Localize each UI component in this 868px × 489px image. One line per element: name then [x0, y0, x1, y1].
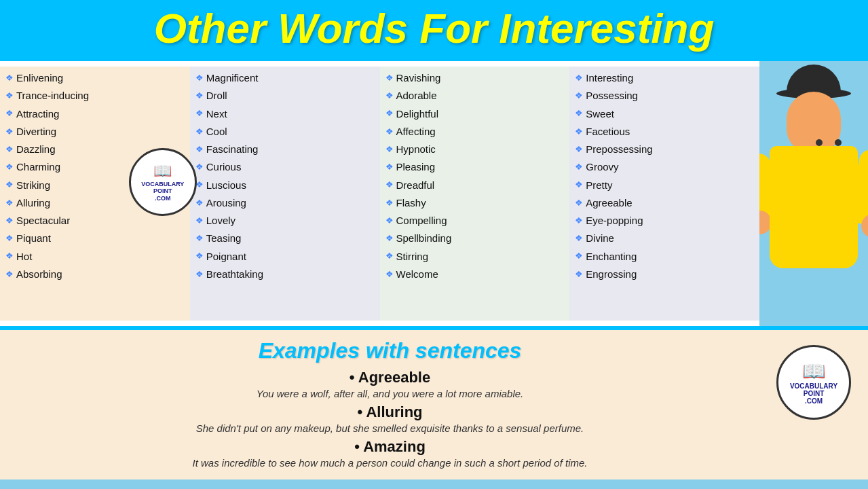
examples-list: • AgreeableYou were a wolf, after all, a… [27, 369, 753, 469]
list-item: ❖Possessing [575, 87, 754, 105]
vocab-logo-inline: 📖 VOCABULARY POINT .COM [129, 148, 197, 216]
list-item: ❖Interesting [575, 69, 754, 87]
diamond-icon: ❖ [575, 88, 583, 104]
list-item: ❖Divine [575, 230, 754, 247]
list-item: ❖Agreeable [575, 194, 754, 212]
word-label: Enchanting [586, 248, 637, 266]
word-label: Possessing [586, 87, 638, 105]
diamond-icon: ❖ [385, 160, 394, 175]
examples-heading: Examples with sentences [27, 338, 753, 363]
word-label: Next [206, 105, 227, 123]
diamond-icon: ❖ [195, 71, 204, 86]
diamond-icon: ❖ [575, 160, 583, 175]
example-sentence: You were a wolf, after all, and you were… [27, 388, 753, 399]
word-label: Engrossing [586, 266, 637, 283]
word-label: Droll [206, 87, 227, 105]
list-item: ❖Facetious [575, 123, 754, 141]
word-label: Luscious [206, 177, 246, 194]
list-item: ❖Luscious [195, 177, 375, 194]
diamond-icon: ❖ [195, 160, 204, 175]
examples-section: Examples with sentences • AgreeableYou w… [0, 330, 868, 479]
word-label: Welcome [396, 266, 438, 283]
column-4: ❖Interesting❖Possessing❖Sweet❖Facetious❖… [569, 67, 759, 321]
list-item: ❖Dreadful [385, 177, 565, 194]
list-item: ❖Lovely [195, 212, 375, 230]
diamond-icon: ❖ [385, 213, 394, 229]
diamond-icon: ❖ [195, 142, 204, 158]
word-label: Ravishing [396, 69, 441, 87]
examples-content: Examples with sentences • AgreeableYou w… [14, 338, 766, 471]
word-label: Prepossessing [586, 141, 652, 158]
diamond-icon: ❖ [5, 249, 14, 264]
list-item: ❖Magnificent [195, 69, 375, 87]
word-label: Diverting [16, 123, 56, 141]
list-item: ❖Prepossessing [575, 141, 754, 158]
list-item: ❖Spellbinding [385, 230, 565, 247]
diamond-icon: ❖ [385, 267, 394, 283]
person-illustration [763, 65, 868, 326]
diamond-icon: ❖ [385, 177, 394, 193]
list-item: ❖Curious [195, 158, 375, 176]
word-label: Dazzling [16, 141, 56, 158]
diamond-icon: ❖ [195, 124, 204, 140]
diamond-icon: ❖ [575, 71, 583, 86]
list-item: ❖Droll [195, 87, 375, 105]
word-label: Flashy [396, 194, 426, 212]
diamond-icon: ❖ [575, 106, 583, 122]
column-1: 📖 VOCABULARY POINT .COM ❖Enlivening❖Tran… [0, 67, 190, 321]
word-columns: 📖 VOCABULARY POINT .COM ❖Enlivening❖Tran… [0, 61, 759, 326]
logo-text-line2: POINT [153, 188, 172, 195]
list-item: ❖Compelling [385, 212, 565, 230]
person-image-area [759, 61, 868, 326]
diamond-icon: ❖ [195, 249, 204, 264]
list-item: ❖Groovy [575, 158, 754, 176]
list-item: ❖Stirring [385, 248, 565, 266]
list-item: ❖Next [195, 105, 375, 123]
word-label: Attracting [16, 105, 59, 123]
list-item: ❖Breathtaking [195, 266, 375, 283]
list-item: ❖Attracting [5, 105, 185, 123]
word-label: Affecting [396, 123, 436, 141]
diamond-icon: ❖ [5, 124, 14, 140]
word-label: Teasing [206, 230, 242, 247]
word-label: Spellbinding [396, 230, 452, 247]
diamond-icon: ❖ [385, 231, 394, 247]
diamond-icon: ❖ [575, 196, 583, 211]
word-label: Piquant [16, 230, 51, 247]
eye-left [816, 139, 823, 146]
diamond-icon: ❖ [195, 88, 204, 104]
word-label: Arousing [206, 194, 246, 212]
diamond-icon: ❖ [5, 71, 14, 86]
body-illustration [770, 146, 858, 268]
vocab-logo-bottom: 📖 VOCABULARY POINT .COM [776, 345, 851, 420]
diamond-icon: ❖ [575, 177, 583, 193]
list-item: ❖Arousing [195, 194, 375, 212]
list-item: ❖Trance-inducing [5, 87, 185, 105]
diamond-icon: ❖ [385, 88, 394, 104]
column-3: ❖Ravishing❖Adorable❖Delightful❖Affecting… [380, 67, 570, 321]
list-item: ❖Sweet [575, 105, 754, 123]
list-item: ❖Hypnotic [385, 141, 565, 158]
eye-right [835, 139, 842, 146]
word-label: Hot [16, 248, 32, 266]
word-label: Pleasing [396, 158, 436, 176]
list-item: ❖Pleasing [385, 158, 565, 176]
list-item: ❖Engrossing [575, 266, 754, 283]
diamond-icon: ❖ [575, 249, 583, 264]
head-illustration [787, 92, 841, 153]
diamond-icon: ❖ [195, 213, 204, 229]
page-title: Other Words For Interesting [0, 5, 868, 52]
page-header: Other Words For Interesting [0, 0, 868, 57]
word-label: Magnificent [206, 69, 259, 87]
diamond-icon: ❖ [5, 106, 14, 122]
word-label: Eye-popping [586, 212, 643, 230]
diamond-icon: ❖ [5, 231, 14, 247]
word-label: Poignant [206, 248, 246, 266]
diamond-icon: ❖ [5, 213, 14, 229]
list-item: ❖Affecting [385, 123, 565, 141]
word-label: Hypnotic [396, 141, 436, 158]
word-label: Spectacular [16, 212, 70, 230]
logo-text-com: .COM [155, 195, 171, 202]
list-item: ❖Ravishing [385, 69, 565, 87]
diamond-icon: ❖ [385, 249, 394, 264]
